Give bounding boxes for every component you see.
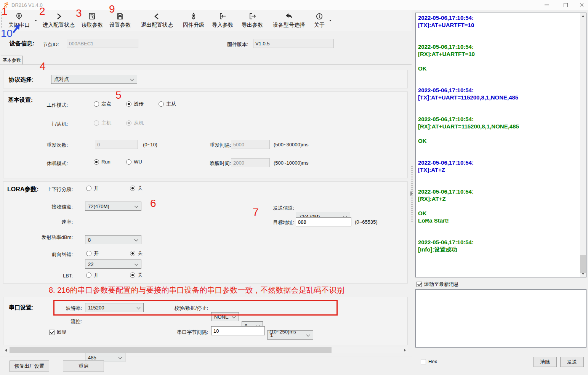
back-arrow-icon — [285, 12, 293, 21]
protocol-label: 协议选择: — [9, 76, 34, 83]
log-lines-container: 2022-05-06,17:10:54:[TX]:AT+UARTFT=10 20… — [418, 14, 579, 276]
parity-select[interactable]: NONE — [211, 312, 239, 321]
sleep-mode-label: 休眠模式: — [19, 160, 68, 167]
log-line — [418, 224, 579, 231]
horizontal-scrollbar-thumb[interactable] — [10, 347, 332, 353]
log-line: [RX]:AT+Z — [418, 195, 579, 202]
log-line — [418, 231, 579, 239]
radio-fec-off[interactable]: 关 — [130, 250, 143, 257]
scroll-to-latest-checkbox[interactable]: 滚动至最新消息 — [417, 281, 459, 288]
node-id-label: 节点ID: — [43, 41, 59, 48]
restart-button[interactable]: 重启 — [63, 361, 104, 372]
device-model-select-button[interactable]: 设备型号选择 — [269, 12, 309, 29]
radio-sleep-run[interactable]: Run — [94, 159, 111, 165]
send-button[interactable]: 发送 — [560, 357, 584, 367]
log-line — [418, 79, 579, 87]
byte-interval-label: 串口字节间隔: — [163, 329, 208, 336]
exit-config-icon — [153, 12, 161, 21]
rate-select[interactable]: 8 — [85, 235, 141, 244]
node-id-field[interactable]: 000ABEC1 — [67, 39, 138, 48]
annotation-note-8: 8. 216的串口参数要配置的与要接的串口设备的串口参数一致，不然数据会是乱码不… — [49, 285, 344, 295]
byte-interval-field[interactable]: 10 — [211, 326, 265, 335]
maximize-button[interactable] — [560, 0, 571, 10]
panel-splitter[interactable] — [410, 166, 413, 223]
log-vertical-scrollbar[interactable] — [580, 13, 586, 277]
baud-label: 波特率: — [42, 305, 82, 312]
scroll-left-arrow-icon[interactable] — [5, 349, 7, 352]
log-line: OK — [418, 210, 579, 217]
clear-button[interactable]: 清除 — [534, 357, 557, 367]
log-output[interactable]: 2022-05-06,17:10:54:[TX]:AT+UARTFT=10 20… — [415, 13, 586, 277]
baud-select[interactable]: 115200 — [85, 303, 144, 312]
retry-interval-field[interactable]: 5000 — [231, 140, 270, 149]
minimize-button[interactable] — [542, 0, 552, 10]
radio-sleep-wu[interactable]: WU — [126, 159, 142, 165]
log-line — [418, 108, 579, 115]
echo-checkbox[interactable]: 回显 — [49, 329, 67, 336]
wake-time-field[interactable]: 2000 — [231, 158, 270, 167]
radio-work-mode-touchuan[interactable]: 透传 — [126, 101, 144, 107]
exit-config-button[interactable]: 退出配置状态 — [136, 12, 178, 29]
import-params-button[interactable]: 导入参数 — [210, 12, 235, 29]
radio-lbt-on[interactable]: 开 — [86, 272, 99, 279]
log-line: 2022-05-06,17:10:54: — [418, 159, 579, 166]
scroll-up-arrow-icon[interactable] — [582, 15, 585, 17]
radio-freq-split-off[interactable]: 关 — [130, 185, 143, 192]
checkbox-unchecked-icon — [421, 359, 426, 364]
read-params-button[interactable]: 读取参数 — [80, 12, 104, 29]
radio-lbt-off[interactable]: 关 — [130, 272, 143, 279]
export-params-icon — [248, 12, 256, 21]
chevron-down-icon — [232, 315, 236, 319]
close-button[interactable] — [576, 0, 587, 10]
tab-basic-params[interactable]: 基本参数 — [1, 56, 23, 65]
radio-work-mode-zhucong[interactable]: 主从 — [159, 101, 176, 107]
log-line — [418, 173, 579, 181]
about-button[interactable]: 关于 — [312, 12, 327, 29]
serial-settings-groupbox: 串口设置: 波特率: 115200 校验/数据/停止: NONE 8 1 流控:… — [3, 297, 408, 345]
radio-fec-on[interactable]: 开 — [86, 250, 99, 257]
log-line: 2022-05-06,17:10:54: — [418, 239, 579, 246]
wake-time-range: (500~10000)ms — [274, 160, 308, 166]
protocol-select[interactable]: 点对点 — [51, 75, 137, 84]
byte-interval-range: (10~250)ms — [269, 329, 296, 335]
retry-interval-range: (500~30000)ms — [274, 142, 308, 147]
chevron-down-icon — [135, 262, 138, 266]
toolbar-overflow-caret[interactable] — [329, 20, 332, 21]
firmware-version-label: 固件版本: — [227, 41, 248, 48]
rx-channel-label: 接收信道: — [19, 204, 73, 210]
radio-freq-split-on[interactable]: 开 — [86, 185, 99, 192]
target-addr-range: (0~65535) — [355, 219, 378, 225]
radio-work-mode-dingdian[interactable]: 定点 — [94, 101, 111, 107]
hex-checkbox[interactable]: Hex — [421, 359, 437, 364]
send-input-area[interactable] — [415, 289, 586, 348]
target-addr-field[interactable]: 888 — [296, 217, 351, 226]
retry-count-range: (0~10) — [143, 142, 157, 147]
export-params-button[interactable]: 导出参数 — [240, 12, 264, 29]
log-line: [TX]:AT+UARTFT=10 — [418, 21, 579, 29]
log-scrollbar-thumb[interactable] — [580, 255, 586, 273]
log-line: OK — [418, 137, 579, 144]
lbt-label: LBT: — [19, 273, 73, 279]
log-line: 2022-05-06,17:10:54: — [418, 87, 579, 94]
titlebar: DR216 V1.4.0 — [0, 0, 588, 10]
firmware-version-field[interactable]: V1.0.5 — [253, 39, 334, 48]
factory-reset-button[interactable]: 恢复出厂设置 — [10, 361, 49, 372]
rx-channel-select[interactable]: 72(470M) — [85, 202, 141, 211]
read-params-icon — [88, 12, 96, 21]
close-port-dropdown-caret[interactable] — [35, 20, 37, 21]
firmware-upgrade-button[interactable]: 固件升级 — [181, 12, 206, 29]
tab-content-divider — [0, 64, 412, 65]
splitter-collapse-arrow-icon[interactable] — [410, 191, 413, 196]
horizontal-scrollbar[interactable] — [3, 347, 408, 353]
log-line: 2022-05-06,17:10:54: — [418, 188, 579, 195]
retry-count-field[interactable]: 0 — [95, 140, 138, 149]
tx-power-select[interactable]: 22 — [85, 260, 141, 269]
retry-interval-label: 重发间隔: — [171, 142, 231, 149]
scroll-right-arrow-icon[interactable] — [404, 349, 406, 352]
log-line: OK — [418, 65, 579, 72]
lora-params-groupbox: LORA参数: 上下行分频: 开 关 接收信道: 72(470M) 发送信道: … — [3, 181, 408, 284]
log-line: [RX]:AT+UART=115200,8,1,NONE,485 — [418, 123, 579, 130]
firmware-upgrade-icon — [189, 12, 198, 21]
scroll-down-arrow-icon[interactable] — [582, 273, 585, 275]
annotation-number-2: 2 — [39, 6, 45, 17]
